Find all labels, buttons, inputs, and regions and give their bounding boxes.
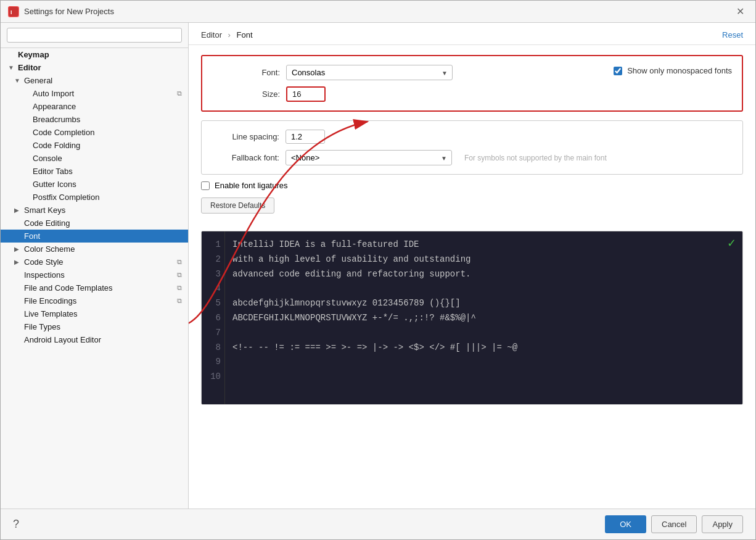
- sidebar-item-label: File Types: [24, 322, 60, 331]
- sidebar-item-label: Inspections: [24, 270, 65, 280]
- footer-buttons: OK Cancel Apply: [605, 515, 743, 533]
- sidebar-item-smart-keys[interactable]: ▶ Smart Keys: [1, 204, 188, 217]
- sidebar-item-color-scheme[interactable]: ▶ Color Scheme: [1, 243, 188, 255]
- sidebar-item-label: Live Templates: [24, 309, 77, 318]
- expand-arrow: ▼: [8, 64, 15, 71]
- breadcrumb: Editor › Font: [201, 30, 722, 39]
- sidebar-item-label: Code Style: [24, 257, 64, 267]
- sidebar-item-label: Smart Keys: [24, 206, 65, 215]
- fallback-select-wrapper: <None> ▼: [286, 150, 452, 165]
- sidebar-item-label: Appearance: [33, 102, 76, 111]
- sidebar-item-label: Editor Tabs: [33, 167, 73, 176]
- sidebar-item-file-types[interactable]: File Types: [1, 320, 188, 333]
- sidebar-item-label: Keymap: [18, 50, 49, 59]
- search-box: 🔍: [1, 23, 188, 48]
- apply-button[interactable]: Apply: [702, 515, 743, 533]
- line-numbers: 12345678910: [202, 231, 225, 404]
- sidebar-item-android-layout[interactable]: Android Layout Editor: [1, 333, 188, 346]
- line-spacing-row: Line spacing:: [212, 130, 733, 144]
- sidebar-item-label: Breadcrumbs: [33, 115, 80, 124]
- search-input[interactable]: [7, 28, 182, 43]
- sidebar-item-breadcrumbs[interactable]: Breadcrumbs: [1, 113, 188, 126]
- sidebar-item-code-editing[interactable]: Code Editing: [1, 217, 188, 230]
- sidebar-item-code-folding[interactable]: Code Folding: [1, 139, 188, 152]
- sidebar-item-general[interactable]: ▼ General: [1, 74, 188, 87]
- sidebar-item-file-encodings[interactable]: File Encodings ⧉: [1, 294, 188, 307]
- extra-font-panel: Line spacing: Fallback font: <None> ▼ Fo…: [201, 120, 743, 175]
- sidebar-item-inspections[interactable]: Inspections ⧉: [1, 268, 188, 281]
- sidebar-item-auto-import[interactable]: Auto Import ⧉: [1, 87, 188, 100]
- sidebar-item-label: General: [24, 76, 52, 85]
- copy-icon: ⧉: [177, 297, 182, 305]
- reset-link[interactable]: Reset: [722, 30, 743, 39]
- sidebar-item-label: File and Code Templates: [24, 283, 113, 293]
- restore-defaults-button[interactable]: Restore Defaults: [201, 197, 274, 214]
- sidebar-item-editor[interactable]: ▼ Editor: [1, 61, 188, 74]
- preview-panel: 12345678910 IntelliJ IDEA is a full-feat…: [201, 231, 743, 405]
- sidebar-item-appearance[interactable]: Appearance: [1, 100, 188, 113]
- sidebar-item-editor-tabs[interactable]: Editor Tabs: [1, 165, 188, 178]
- sidebar-item-label: Code Completion: [33, 128, 94, 137]
- settings-dialog: I Settings for New Projects ✕ 🔍 Keymap: [0, 0, 756, 540]
- content-body: Show only monospaced fonts Font: Consola…: [189, 45, 755, 509]
- sidebar-item-gutter-icons[interactable]: Gutter Icons: [1, 178, 188, 191]
- fallback-label: Fallback font:: [212, 153, 279, 162]
- dialog-title: Settings for New Projects: [24, 7, 733, 16]
- sidebar-item-label: Auto Import: [33, 89, 74, 98]
- breadcrumb-parent: Editor: [201, 30, 222, 39]
- title-bar: I Settings for New Projects ✕: [1, 1, 755, 23]
- svg-text:I: I: [10, 9, 12, 15]
- font-label: Font:: [212, 68, 280, 77]
- font-size-panel: Show only monospaced fonts Font: Consola…: [201, 55, 743, 112]
- sidebar-item-label: Color Scheme: [24, 244, 75, 254]
- size-row: Size:: [212, 86, 732, 102]
- font-select[interactable]: Consolas Courier New Fira Code JetBrains…: [286, 65, 453, 80]
- preview-checkmark: ✓: [727, 236, 736, 250]
- expand-arrow: ▼: [14, 77, 22, 84]
- sidebar-item-live-templates[interactable]: Live Templates: [1, 307, 188, 320]
- preview-inner: 12345678910 IntelliJ IDEA is a full-feat…: [202, 231, 742, 404]
- ligatures-row: Enable font ligatures: [201, 181, 743, 190]
- sidebar-item-console[interactable]: Console: [1, 152, 188, 165]
- close-button[interactable]: ✕: [733, 4, 748, 19]
- help-button[interactable]: ?: [13, 518, 19, 531]
- sidebar-item-label: Postfix Completion: [33, 193, 99, 202]
- sidebar-item-postfix-completion[interactable]: Postfix Completion: [1, 191, 188, 204]
- sidebar-item-label: Code Editing: [24, 218, 70, 228]
- sidebar-item-label: Font: [24, 231, 40, 241]
- ok-button[interactable]: OK: [605, 515, 646, 533]
- sidebar-item-keymap[interactable]: Keymap: [1, 48, 188, 61]
- fallback-font-row: Fallback font: <None> ▼ For symbols not …: [212, 150, 733, 165]
- copy-icon: ⧉: [177, 258, 182, 266]
- search-wrapper: 🔍: [7, 28, 182, 43]
- line-spacing-label: Line spacing:: [212, 132, 279, 141]
- main-body: 🔍 Keymap ▼ Editor ▼ General: [1, 23, 755, 509]
- font-select-wrapper: Consolas Courier New Fira Code JetBrains…: [286, 65, 453, 80]
- content-header: Editor › Font Reset: [189, 23, 755, 45]
- sidebar-item-label: Editor: [18, 63, 41, 72]
- footer: ? OK Cancel Apply: [1, 509, 755, 539]
- expand-arrow: ▶: [14, 259, 22, 265]
- ligatures-label[interactable]: Enable font ligatures: [215, 181, 288, 190]
- cancel-button[interactable]: Cancel: [651, 515, 697, 533]
- sidebar-item-label: Android Layout Editor: [24, 335, 101, 344]
- breadcrumb-separator: ›: [228, 30, 231, 39]
- size-label: Size:: [212, 89, 280, 99]
- app-icon: I: [8, 6, 19, 17]
- restore-btn-wrapper: Restore Defaults: [201, 197, 743, 222]
- expand-arrow: ▶: [14, 246, 22, 252]
- sidebar-item-code-style[interactable]: ▶ Code Style ⧉: [1, 255, 188, 268]
- sidebar-item-font[interactable]: Font: [1, 230, 188, 243]
- sidebar-item-code-completion[interactable]: Code Completion: [1, 126, 188, 139]
- expand-arrow: ▶: [14, 207, 22, 214]
- fallback-font-select[interactable]: <None>: [286, 150, 452, 165]
- show-monospaced-label[interactable]: Show only monospaced fonts: [627, 66, 732, 75]
- line-spacing-input[interactable]: [286, 130, 325, 144]
- sidebar-item-file-templates[interactable]: File and Code Templates ⧉: [1, 281, 188, 294]
- size-input[interactable]: [286, 86, 326, 102]
- breadcrumb-current: Font: [237, 30, 253, 39]
- show-monospaced-checkbox[interactable]: [614, 67, 622, 75]
- sidebar: 🔍 Keymap ▼ Editor ▼ General: [1, 23, 189, 509]
- sidebar-item-label: Console: [33, 154, 62, 163]
- ligatures-checkbox[interactable]: [201, 181, 210, 190]
